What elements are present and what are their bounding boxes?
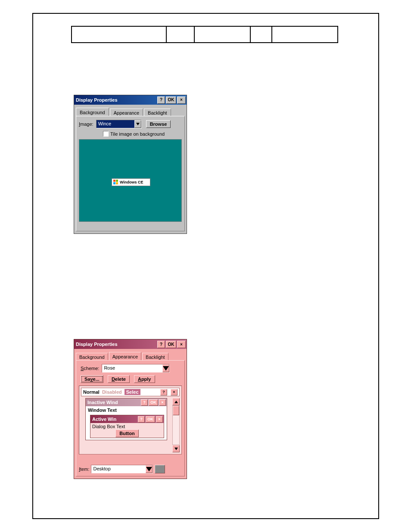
background-preview: Windows CE — [79, 139, 182, 222]
preview-menubar: Normal Disabled Selec ? × — [81, 388, 180, 396]
tab-appearance[interactable]: Appearance — [109, 352, 141, 360]
scroll-track[interactable] — [172, 405, 180, 445]
active-titlebar: Active Win ? OK × — [90, 415, 164, 423]
preview-inactive-window: Inactive Wind ? OK × Window Text Active … — [85, 398, 167, 440]
image-label: Image: — [79, 121, 93, 127]
dialog-title: Display Properties — [76, 342, 156, 347]
scheme-value: Rose — [102, 364, 162, 372]
menu-disabled: Disabled — [102, 389, 122, 395]
delete-button[interactable]: Delete — [108, 375, 130, 383]
titlebar[interactable]: Display Properties ? OK × — [74, 95, 187, 105]
header-cell-3 — [195, 27, 251, 42]
header-table — [71, 26, 338, 43]
tab-panel-background: Image: Wince Browse Tile image on backgr… — [76, 116, 185, 231]
header-cell-5 — [272, 27, 337, 42]
menu-normal: Normal — [83, 389, 100, 395]
menubar-close-button[interactable]: × — [171, 389, 177, 395]
scroll-up-button[interactable] — [172, 398, 180, 405]
scroll-thumb[interactable] — [173, 406, 179, 415]
tab-appearance[interactable]: Appearance — [110, 109, 143, 116]
windows-flag-icon — [113, 180, 118, 185]
badge-text: Windows CE — [120, 180, 143, 184]
preview-active-window: Active Win ? OK × Dialog Box Text Button — [90, 415, 164, 438]
scheme-dropdown[interactable]: Rose — [102, 364, 170, 373]
browse-button[interactable]: Browse — [146, 120, 171, 128]
color-swatch-button[interactable] — [155, 465, 165, 473]
item-dropdown[interactable]: Desktop — [91, 465, 153, 473]
tab-panel-appearance: Scheme: Rose Save... Delete Apply Normal… — [76, 360, 185, 476]
menu-selected: Selec — [125, 389, 140, 395]
titlebar[interactable]: Display Properties ? OK × — [74, 339, 187, 349]
image-dropdown[interactable]: Wince — [96, 120, 142, 128]
tab-backlight[interactable]: Backlight — [144, 109, 171, 116]
ok-button[interactable]: OK — [166, 96, 176, 104]
tabs: Background Appearance Backlight — [76, 351, 185, 360]
ok-button[interactable]: OK — [166, 341, 176, 348]
help-button[interactable]: ? — [157, 96, 165, 104]
inactive-help-button[interactable]: ? — [141, 399, 148, 406]
header-cell-1 — [72, 27, 167, 42]
chevron-down-icon — [146, 465, 153, 473]
active-help-button[interactable]: ? — [138, 416, 145, 423]
header-cell-2 — [167, 27, 195, 42]
windows-ce-badge: Windows CE — [112, 178, 150, 186]
chevron-down-icon — [162, 364, 169, 372]
menubar-help-button[interactable]: ? — [160, 389, 167, 395]
display-properties-dialog-appearance: Display Properties ? OK × Background App… — [74, 339, 187, 479]
appearance-preview: Normal Disabled Selec ? × — [79, 386, 182, 454]
scheme-label: Scheme: — [81, 366, 99, 371]
inactive-title-text: Inactive Wind — [87, 400, 140, 405]
close-button[interactable]: × — [177, 341, 186, 348]
active-title-text: Active Win — [92, 417, 137, 422]
tab-background[interactable]: Background — [76, 108, 109, 116]
tab-backlight[interactable]: Backlight — [142, 353, 168, 361]
preview-button[interactable]: Button — [115, 429, 138, 437]
item-label: Item: — [79, 467, 89, 472]
close-button[interactable]: × — [177, 96, 186, 104]
inactive-titlebar: Inactive Wind ? OK × — [86, 398, 167, 406]
active-ok-button[interactable]: OK — [146, 416, 155, 423]
help-button[interactable]: ? — [157, 341, 165, 348]
inactive-close-button[interactable]: × — [159, 399, 166, 406]
apply-button[interactable]: Apply — [134, 375, 155, 383]
header-cell-4 — [251, 27, 272, 42]
display-properties-dialog-background: Display Properties ? OK × Background App… — [74, 95, 187, 234]
tab-background[interactable]: Background — [76, 353, 108, 361]
window-text: Window Text — [86, 406, 167, 414]
scroll-down-button[interactable] — [172, 445, 180, 452]
active-close-button[interactable]: × — [156, 416, 163, 423]
item-value: Desktop — [91, 465, 146, 473]
dialog-box-text: Dialog Box Text — [90, 423, 164, 430]
image-dropdown-value: Wince — [97, 120, 134, 128]
tile-checkbox[interactable] — [103, 131, 109, 137]
tile-label: Tile image on background — [110, 131, 165, 137]
save-button[interactable]: Save... — [81, 375, 103, 383]
inactive-ok-button[interactable]: OK — [149, 399, 158, 406]
chevron-down-icon — [134, 120, 141, 128]
tabs: Background Appearance Backlight — [76, 106, 185, 116]
preview-scrollbar[interactable] — [172, 398, 180, 452]
dialog-title: Display Properties — [76, 97, 156, 103]
